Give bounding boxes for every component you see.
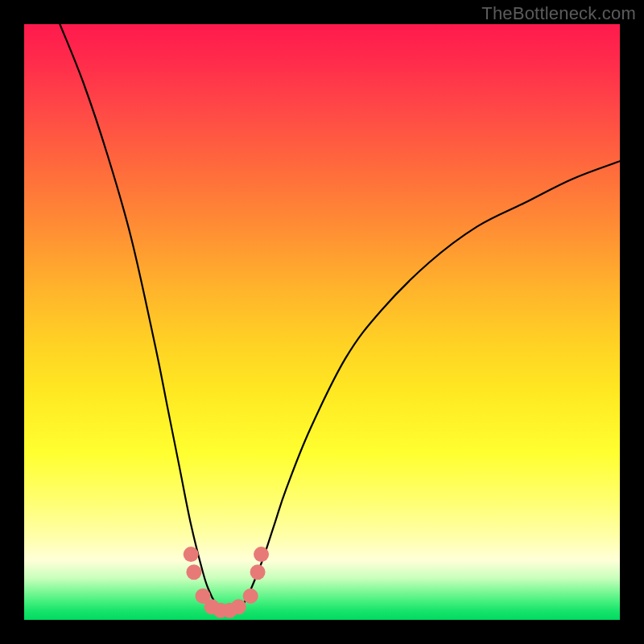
curve-marker — [243, 588, 258, 604]
plot-area — [24, 24, 620, 620]
bottleneck-chart — [24, 24, 620, 620]
curve-marker — [231, 599, 246, 614]
curve-marker — [186, 564, 201, 580]
chart-frame: TheBottleneck.com — [0, 0, 644, 644]
watermark-text: TheBottleneck.com — [481, 3, 636, 24]
bottleneck-curve — [60, 24, 620, 611]
curve-marker — [184, 547, 199, 562]
curve-marker — [250, 564, 266, 580]
curve-marker — [254, 547, 269, 562]
